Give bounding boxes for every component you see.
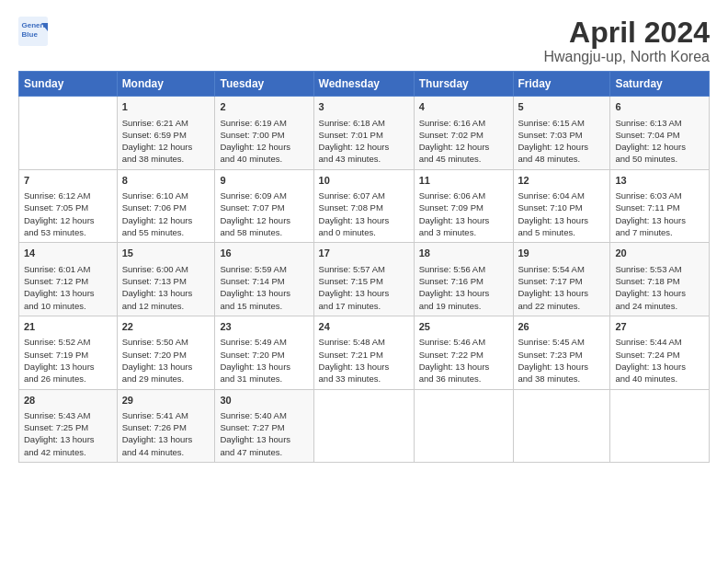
day-content: Daylight: 13 hours — [319, 287, 409, 299]
day-content: and 3 minutes. — [419, 226, 508, 238]
header-thursday: Thursday — [414, 72, 513, 97]
day-content: and 53 minutes. — [24, 226, 112, 238]
day-content: Daylight: 13 hours — [24, 361, 112, 373]
day-number: 14 — [24, 247, 112, 260]
day-content: Daylight: 12 hours — [319, 141, 409, 153]
day-content: Daylight: 13 hours — [122, 287, 210, 299]
day-content: Sunset: 7:21 PM — [319, 349, 409, 361]
calendar-cell — [313, 389, 414, 463]
day-content: Daylight: 12 hours — [24, 214, 112, 226]
day-content: Sunset: 7:16 PM — [419, 275, 508, 287]
day-number: 15 — [122, 247, 210, 260]
day-number: 10 — [319, 174, 409, 188]
day-number: 13 — [615, 174, 704, 188]
day-content: Sunrise: 5:54 AM — [518, 263, 606, 275]
day-content: Sunset: 7:10 PM — [518, 201, 606, 213]
day-content: and 36 minutes. — [419, 373, 508, 385]
calendar-cell — [19, 97, 118, 170]
calendar-week-4: 21Sunrise: 5:52 AMSunset: 7:19 PMDayligh… — [19, 316, 710, 389]
day-content: Sunrise: 5:57 AM — [319, 263, 409, 275]
day-content: Sunrise: 5:52 AM — [24, 336, 112, 348]
day-content: Sunrise: 6:13 AM — [615, 117, 704, 129]
day-content: Sunset: 7:14 PM — [220, 275, 308, 287]
day-number: 8 — [122, 174, 210, 188]
day-content: Sunrise: 5:49 AM — [220, 336, 308, 348]
calendar-cell — [414, 389, 513, 463]
day-content: Daylight: 13 hours — [615, 287, 704, 299]
day-content: and 24 minutes. — [615, 300, 704, 312]
day-content: and 17 minutes. — [319, 300, 409, 312]
day-number: 1 — [122, 100, 210, 114]
day-content: Sunset: 7:11 PM — [615, 201, 704, 213]
day-content: Sunset: 7:20 PM — [220, 349, 308, 361]
day-content: and 58 minutes. — [220, 226, 308, 238]
day-content: Daylight: 13 hours — [220, 433, 308, 445]
day-content: Sunset: 7:12 PM — [24, 275, 112, 287]
calendar-cell: 9Sunrise: 6:09 AMSunset: 7:07 PMDaylight… — [215, 169, 313, 243]
day-content: Sunrise: 5:40 AM — [220, 409, 308, 421]
day-content: Sunset: 7:02 PM — [419, 129, 508, 141]
calendar-cell — [513, 389, 610, 463]
calendar-cell: 17Sunrise: 5:57 AMSunset: 7:15 PMDayligh… — [313, 243, 414, 316]
day-content: Sunrise: 6:15 AM — [518, 117, 606, 129]
day-content: Sunset: 7:26 PM — [122, 421, 210, 433]
header-row-days: Sunday Monday Tuesday Wednesday Thursday… — [19, 72, 710, 97]
day-content: and 43 minutes. — [319, 153, 409, 165]
day-content: Sunset: 7:18 PM — [615, 275, 704, 287]
day-content: and 47 minutes. — [220, 446, 308, 458]
day-content: Sunset: 7:00 PM — [220, 129, 308, 141]
day-content: and 15 minutes. — [220, 300, 308, 312]
calendar-cell: 25Sunrise: 5:46 AMSunset: 7:22 PMDayligh… — [414, 316, 513, 389]
day-content: Sunrise: 5:56 AM — [419, 263, 508, 275]
calendar-cell: 29Sunrise: 5:41 AMSunset: 7:26 PMDayligh… — [117, 389, 215, 463]
calendar-week-2: 7Sunrise: 6:12 AMSunset: 7:05 PMDaylight… — [19, 169, 710, 243]
day-content: Sunrise: 6:09 AM — [220, 190, 308, 201]
day-number: 5 — [518, 100, 606, 114]
day-number: 21 — [24, 320, 112, 334]
day-content: Sunrise: 6:01 AM — [24, 263, 112, 275]
calendar-body: 1Sunrise: 6:21 AMSunset: 6:59 PMDaylight… — [19, 97, 710, 463]
calendar-cell: 11Sunrise: 6:06 AMSunset: 7:09 PMDayligh… — [414, 169, 513, 243]
calendar-cell: 10Sunrise: 6:07 AMSunset: 7:08 PMDayligh… — [313, 169, 414, 243]
calendar-cell: 18Sunrise: 5:56 AMSunset: 7:16 PMDayligh… — [414, 243, 513, 316]
day-content: and 26 minutes. — [24, 373, 112, 385]
day-content: and 45 minutes. — [419, 153, 508, 165]
day-number: 22 — [122, 320, 210, 334]
header-wednesday: Wednesday — [313, 72, 414, 97]
day-number: 4 — [419, 100, 508, 114]
calendar-header: Sunday Monday Tuesday Wednesday Thursday… — [19, 72, 710, 97]
calendar-table: Sunday Monday Tuesday Wednesday Thursday… — [18, 71, 710, 463]
day-number: 26 — [518, 320, 606, 334]
day-content: Sunrise: 6:03 AM — [615, 190, 704, 201]
day-content: Sunrise: 6:04 AM — [518, 190, 606, 201]
day-content: Sunrise: 5:44 AM — [615, 336, 704, 348]
title-block: April 2024 Hwangju-up, North Korea — [543, 17, 710, 65]
day-content: Sunset: 7:17 PM — [518, 275, 606, 287]
calendar-cell: 23Sunrise: 5:49 AMSunset: 7:20 PMDayligh… — [215, 316, 313, 389]
day-content: Daylight: 13 hours — [518, 361, 606, 373]
calendar-cell: 1Sunrise: 6:21 AMSunset: 6:59 PMDaylight… — [117, 97, 215, 170]
calendar-cell: 2Sunrise: 6:19 AMSunset: 7:00 PMDaylight… — [215, 97, 313, 170]
header-friday: Friday — [513, 72, 610, 97]
day-number: 2 — [220, 100, 308, 114]
day-content: Sunset: 7:08 PM — [319, 201, 409, 213]
day-content: Sunset: 7:20 PM — [122, 349, 210, 361]
day-content: Sunset: 7:27 PM — [220, 421, 308, 433]
month-title: April 2024 — [543, 17, 710, 49]
day-content: Sunset: 7:04 PM — [615, 129, 704, 141]
calendar-cell: 21Sunrise: 5:52 AMSunset: 7:19 PMDayligh… — [19, 316, 118, 389]
calendar-cell: 4Sunrise: 6:16 AMSunset: 7:02 PMDaylight… — [414, 97, 513, 170]
day-content: Daylight: 13 hours — [615, 214, 704, 226]
day-content: Daylight: 12 hours — [518, 141, 606, 153]
day-content: Sunset: 7:22 PM — [419, 349, 508, 361]
header-tuesday: Tuesday — [215, 72, 313, 97]
day-content: Sunrise: 6:21 AM — [122, 117, 210, 129]
day-content: Daylight: 12 hours — [122, 141, 210, 153]
day-content: and 38 minutes. — [122, 153, 210, 165]
day-content: Sunset: 7:23 PM — [518, 349, 606, 361]
day-content: and 5 minutes. — [518, 226, 606, 238]
calendar-cell: 8Sunrise: 6:10 AMSunset: 7:06 PMDaylight… — [117, 169, 215, 243]
calendar-cell: 13Sunrise: 6:03 AMSunset: 7:11 PMDayligh… — [610, 169, 710, 243]
day-content: and 38 minutes. — [518, 373, 606, 385]
calendar-cell: 12Sunrise: 6:04 AMSunset: 7:10 PMDayligh… — [513, 169, 610, 243]
